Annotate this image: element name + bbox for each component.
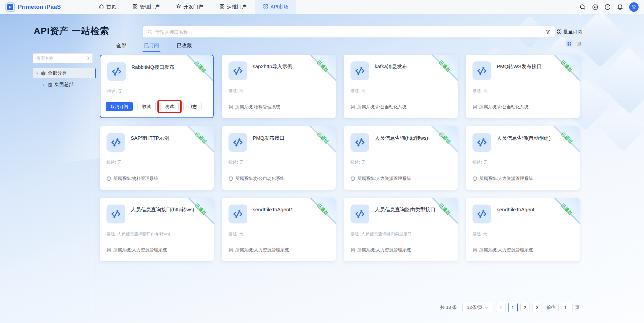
brand-name: Primeton iPaaS [18,4,61,10]
ai-icon[interactable]: AI [592,4,599,10]
avatar[interactable]: 管 [629,2,639,12]
card-grid: RabbitMQ接口发布 描述: 无 取消订阅收藏测试日志 已通过 sap2ht… [100,55,580,261]
cube-icon [41,71,46,76]
card-system: 所属系统:人力资源管理系统 [228,247,289,253]
card-system: 所属系统:人力资源管理系统 [472,247,533,253]
nav-item-home[interactable]: 首页 [91,0,124,14]
api-icon [472,133,491,152]
next-page-button[interactable] [532,303,542,312]
search-icon[interactable] [579,4,586,10]
unsubscribe-button[interactable]: 取消订阅 [106,102,133,111]
test-button[interactable]: 测试 [160,102,179,111]
api-card[interactable]: 人员信息查询(http转ws) 描述: 无 所属系统:人力资源管理系统 已通过 [344,126,458,190]
document-icon [48,82,53,87]
database-icon [228,248,233,252]
help-icon[interactable]: ? [604,4,611,10]
chevron-right-icon[interactable]: ▸ [42,83,45,87]
card-system-text: 所属系统:物料管理系统 [235,104,280,110]
api-icon [350,133,369,152]
favorite-button[interactable]: 收藏 [137,102,156,111]
tree-node-all-categories[interactable]: ▾ 全部分类 [33,68,95,78]
page-button-2[interactable]: 2 [520,303,530,312]
database-icon [106,248,111,252]
card-system-text: 所属系统:物料管理系统 [113,176,158,182]
api-card[interactable]: RabbitMQ接口发布 描述: 无 取消订阅收藏测试日志 已通过 [100,55,214,118]
api-card[interactable]: kafka消息发布 描述: 无 所属系统:办公自动化系统 已通过 [344,55,458,118]
card-system: 所属系统:人力资源管理系统 [350,176,411,182]
ribbon-label: 已通过 [431,55,458,81]
card-desc: 描述: 无 [472,160,487,165]
api-card[interactable]: 人员信息查询路由类型接口 描述: 人员信息查询路由类型接口 所属系统:人力资源管… [344,198,458,261]
goto-label: 前往 [547,304,556,311]
api-icon [228,205,247,223]
card-system-text: 所属系统:人力资源管理系统 [479,247,533,253]
database-icon [472,248,477,252]
tab-subscribed[interactable]: 已订阅 [144,43,159,52]
nav-item-api-market[interactable]: API市场 [255,0,296,14]
card-system-text: 所属系统:办公自动化系统 [235,176,285,182]
api-search-input[interactable] [155,29,541,35]
card-title: 人员信息查询(自动创建) [497,135,551,152]
card-desc: 描述: 无 [350,88,365,94]
chevron-right-icon [535,305,539,309]
card-desc: 描述: 无 [228,88,243,94]
status-ribbon: 已通过 [553,55,580,82]
api-icon [350,61,369,80]
tab-all[interactable]: 全部 [116,43,126,52]
database-icon [350,105,355,109]
ribbon-label: 已通过 [187,126,214,152]
api-card[interactable]: PMQ转WS发布接口 描述: 无 所属系统:办公自动化系统 已通过 [466,55,580,118]
page-unit-label: 页 [575,304,580,311]
svg-text:AI: AI [594,6,596,9]
card-title: sendFileToAgent1 [253,207,293,223]
brand[interactable]: P Primeton iPaaS [0,2,66,12]
search-icon [147,29,152,34]
prev-page-button[interactable] [496,303,505,312]
nav-item-ops-portal[interactable]: 运维门户 [211,0,255,14]
status-ribbon: 已通过 [187,126,214,153]
api-card[interactable]: PMQ发布接口 描述: 无 所属系统:办公自动化系统 已通过 [222,126,336,190]
category-tree: ▾ 全部分类 ▸ 集团总部 [33,68,95,90]
api-search-bar [143,26,555,37]
card-system: 所属系统:办公自动化系统 [228,176,285,182]
card-title: sendFileToAgent [497,207,534,223]
goto-page-input[interactable] [558,303,573,312]
nav-item-dev-portal[interactable]: 开发门户 [168,0,211,14]
tab-favorited[interactable]: 已收藏 [177,43,192,52]
batch-subscribe-button[interactable]: 批量订阅 [557,29,582,35]
status-ribbon: 已通过 [309,198,336,225]
pagination: 共 13 条 12条/页 1 2 前往 页 [440,303,580,312]
chevron-down-icon[interactable]: ▾ [35,71,39,76]
tree-node-group-hq[interactable]: ▸ 集团总部 [33,80,95,90]
bell-icon[interactable] [617,4,623,10]
card-system: 所属系统:办公自动化系统 [472,104,529,110]
api-card[interactable]: sendFileToAgent1 描述: 无 所属系统:人力资源管理系统 已通过 [222,198,336,261]
api-card[interactable]: sendFileToAgent 描述: 无 所属系统:人力资源管理系统 已通过 [466,198,580,261]
card-title: sap2http导入示例 [253,63,293,80]
api-card[interactable]: SAP转HTTP示例 描述: 无 所属系统:物料管理系统 已通过 [100,126,214,190]
card-system: 所属系统:人力资源管理系统 [350,247,411,253]
card-desc: 描述: 无 [350,160,365,165]
nav-item-admin-portal[interactable]: 管理门户 [124,0,168,14]
api-card[interactable]: 人员信息查询(自动创建) 描述: 无 所属系统:人力资源管理系统 已通过 [466,126,580,190]
ribbon-label: 已通过 [553,198,580,224]
card-title: 人员信息查询接口(http转ws) [131,207,194,223]
card-system: 所属系统:物料管理系统 [106,176,158,182]
page-button-1[interactable]: 1 [508,303,518,312]
card-desc: 描述: 无 [472,88,487,94]
tab-bar: 全部 已订阅 已收藏 [116,43,192,52]
card-desc: 描述: 无 [228,160,243,165]
log-button[interactable]: 日志 [183,102,202,111]
api-card[interactable]: 人员信息查询接口(http转ws) 描述: 人员信息查询接口(http转ws) … [100,198,214,261]
card-title: 人员信息查询路由类型接口 [375,207,435,223]
list-view-button[interactable] [575,40,582,47]
card-title: SAP转HTTP示例 [131,135,169,152]
card-system-text: 所属系统:办公自动化系统 [357,104,407,110]
page-size-select[interactable]: 12条/页 [462,303,493,312]
grid-view-button[interactable] [565,40,573,47]
main-nav: 首页 管理门户 开发门户 运维门户 API市场 [91,0,296,14]
chevron-left-icon [499,305,503,309]
filter-funnel-icon[interactable] [545,29,551,35]
api-card[interactable]: sap2http导入示例 描述: 无 所属系统:物料管理系统 已通过 [222,55,336,118]
category-search-input[interactable] [36,56,84,61]
